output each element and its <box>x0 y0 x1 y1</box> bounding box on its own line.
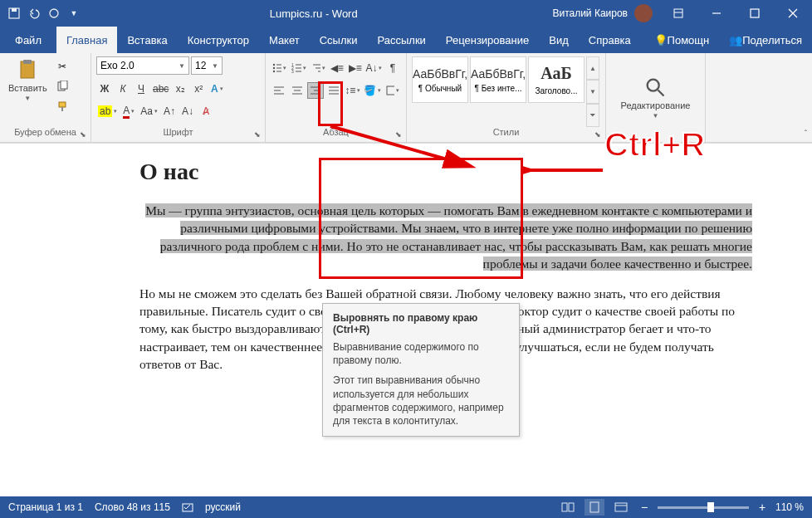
zoom-level[interactable]: 110 % <box>775 501 804 513</box>
menubar: Файл Главная Вставка Конструктор Макет С… <box>0 27 812 53</box>
zoom-out[interactable]: − <box>638 501 651 514</box>
svg-rect-48 <box>615 503 627 511</box>
tab-layout[interactable]: Макет <box>259 27 310 53</box>
svg-text:3: 3 <box>291 69 294 73</box>
window-title: Lumpics.ru - Word <box>81 7 545 20</box>
tab-file[interactable]: Файл <box>0 27 56 53</box>
svg-rect-5 <box>751 9 759 17</box>
close-button[interactable] <box>774 0 812 27</box>
zoom-slider[interactable] <box>658 506 749 509</box>
show-marks-button[interactable]: ¶ <box>384 60 401 76</box>
minimize-button[interactable] <box>697 0 736 27</box>
numbering-button[interactable]: 123 <box>290 60 307 76</box>
find-button[interactable]: Редактирование ▼ <box>618 74 694 121</box>
style-normal[interactable]: АаБбВвГг,¶ Обычный <box>412 56 468 103</box>
change-case-button[interactable]: Aa <box>139 103 159 120</box>
group-label-font: Шрифт <box>96 127 260 139</box>
group-paragraph: 123 ◀≡ ▶≡ A↓ ¶ ↕≡ 🪣 Абзац ⬊ <box>266 53 407 142</box>
svg-line-43 <box>658 90 664 96</box>
paste-button[interactable]: Вставить ▼ <box>5 56 51 127</box>
group-styles: АаБбВвГг,¶ Обычный АаБбВвГг,¶ Без инте..… <box>407 53 606 142</box>
tab-view[interactable]: Вид <box>539 27 579 53</box>
share-button[interactable]: 👥 Поделиться <box>719 27 812 53</box>
qat-customize-icon[interactable]: ▼ <box>66 6 81 21</box>
tab-help[interactable]: Справка <box>579 27 641 53</box>
font-name-select[interactable]: Exo 2.0▼ <box>96 56 189 75</box>
paragraph-launcher[interactable]: ⬊ <box>393 129 404 140</box>
svg-point-16 <box>273 67 275 69</box>
clipboard-launcher[interactable]: ⬊ <box>77 129 89 140</box>
proofing-icon[interactable] <box>182 501 193 513</box>
styles-launcher[interactable]: ⬊ <box>592 129 604 140</box>
italic-button[interactable]: К <box>115 81 131 97</box>
view-print-icon[interactable] <box>585 499 604 516</box>
collapse-ribbon-icon[interactable]: ˆ <box>805 130 807 139</box>
zoom-in[interactable]: + <box>756 501 769 514</box>
text-effects-button[interactable]: A <box>208 81 225 97</box>
dedent-button[interactable]: ◀≡ <box>329 60 345 76</box>
group-label-clipboard: Буфер обмена <box>5 127 86 139</box>
tab-design[interactable]: Конструктор <box>178 27 259 53</box>
align-center-button[interactable] <box>289 82 306 99</box>
tab-insert[interactable]: Вставка <box>117 27 177 53</box>
tell-me[interactable]: 💡 Помощн <box>644 27 720 53</box>
tooltip-extra: Этот тип выравнивания обычно используетс… <box>333 374 509 428</box>
bullets-button[interactable] <box>271 60 288 76</box>
multilevel-button[interactable] <box>310 60 327 76</box>
font-size-select[interactable]: 12▼ <box>191 56 223 75</box>
shrink-font-button[interactable]: A↓ <box>179 103 196 120</box>
repeat-icon[interactable] <box>46 6 61 21</box>
subscript-button[interactable]: x₂ <box>172 81 188 97</box>
svg-rect-3 <box>674 9 682 17</box>
style-heading[interactable]: АаБЗаголово... <box>528 56 585 103</box>
line-spacing-button[interactable]: ↕≡ <box>344 82 361 99</box>
ribbon-options-icon[interactable] <box>659 0 697 27</box>
style-nospacing[interactable]: АаБбВвГг,¶ Без инте... <box>470 56 526 103</box>
undo-icon[interactable] <box>27 6 42 21</box>
svg-rect-12 <box>59 102 66 107</box>
tab-references[interactable]: Ссылки <box>310 27 368 53</box>
clear-format-button[interactable]: A̷ <box>198 103 214 120</box>
align-right-button[interactable] <box>307 82 324 99</box>
page-indicator[interactable]: Страница 1 из 1 <box>8 501 83 513</box>
styles-down[interactable]: ▼ <box>586 80 599 103</box>
grow-font-button[interactable]: A↑ <box>161 103 178 120</box>
avatar <box>634 4 653 22</box>
align-left-button[interactable] <box>271 82 287 99</box>
borders-button[interactable] <box>384 82 401 99</box>
user-account[interactable]: Виталий Каиров <box>545 4 659 22</box>
format-painter-icon[interactable] <box>54 98 71 115</box>
svg-rect-11 <box>61 81 67 89</box>
maximize-button[interactable] <box>736 0 774 27</box>
copy-icon[interactable] <box>54 78 71 95</box>
superscript-button[interactable]: x² <box>190 81 207 97</box>
font-launcher[interactable]: ⬊ <box>252 129 263 140</box>
word-count[interactable]: Слово 48 из 115 <box>95 501 170 513</box>
language[interactable]: русский <box>205 501 241 513</box>
view-web-icon[interactable] <box>611 499 631 516</box>
paragraph-1[interactable]: Мы — группа энтузиастов, основная цель к… <box>139 202 752 273</box>
autosave-icon[interactable] <box>7 6 22 21</box>
statusbar: Страница 1 из 1 Слово 48 из 115 русский … <box>0 496 812 518</box>
doc-heading: О нас <box>139 159 752 185</box>
highlight-button[interactable]: ab <box>96 103 119 120</box>
group-editing: Редактирование ▼ <box>606 53 706 142</box>
tab-review[interactable]: Рецензирование <box>436 27 539 53</box>
shading-button[interactable]: 🪣 <box>363 82 382 99</box>
styles-up[interactable]: ▲ <box>586 56 599 80</box>
svg-rect-13 <box>61 107 63 111</box>
group-label-styles: Стили <box>412 127 600 139</box>
user-name: Виталий Каиров <box>552 7 628 19</box>
cut-icon[interactable]: ✂ <box>54 58 71 75</box>
tab-mailings[interactable]: Рассылки <box>367 27 435 53</box>
sort-button[interactable]: A↓ <box>365 60 383 76</box>
strike-button[interactable]: abc <box>151 81 170 97</box>
underline-button[interactable]: Ч <box>133 81 149 97</box>
view-read-icon[interactable] <box>558 499 578 516</box>
tab-home[interactable]: Главная <box>56 27 117 53</box>
bold-button[interactable]: Ж <box>96 81 113 97</box>
styles-more[interactable]: ⏷ <box>586 104 599 127</box>
justify-button[interactable] <box>325 82 342 99</box>
font-color-button[interactable]: A <box>120 103 137 120</box>
indent-button[interactable]: ▶≡ <box>347 60 364 76</box>
